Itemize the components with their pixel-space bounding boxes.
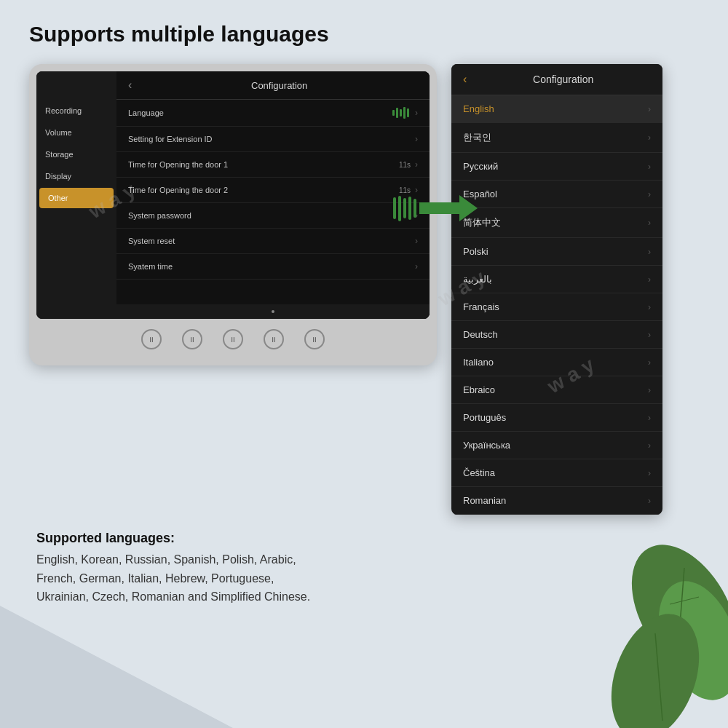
sidebar-item-recording[interactable]: Recording [36, 100, 116, 121]
arrow-bars [393, 196, 416, 221]
lang-label-english: English [463, 103, 648, 114]
config-item-language[interactable]: Language › [116, 100, 430, 127]
lang-label-hebrew: Ebraico [463, 384, 648, 395]
device-btn-4[interactable]: ⏸ [264, 329, 284, 349]
sidebar-item-storage[interactable]: Storage [36, 144, 116, 165]
lang-label-portuguese: Português [463, 412, 648, 423]
lang-bars [392, 107, 409, 119]
lang-arrow-korean: › [648, 132, 651, 143]
config-item-reset[interactable]: System reset › [116, 229, 430, 254]
config-item-door2[interactable]: Time for Opening the door 2 11s › [116, 178, 430, 203]
config-extension-arrow: › [415, 134, 418, 144]
screen-sidebar: Recording Volume Storage Display Other [36, 71, 116, 319]
sidebar-item-other[interactable]: Other [39, 188, 114, 208]
lang-item-chinese[interactable]: 简体中文 › [451, 208, 662, 238]
arrow-bar-3 [403, 198, 406, 218]
language-panel: ‹ Configuration English › 한국인 › Русский … [451, 64, 662, 515]
lang-arrow-arabic: › [648, 274, 651, 285]
config-header: ‹ Configuration [116, 71, 430, 100]
lang-item-ukrainian[interactable]: Українська › [451, 432, 662, 459]
device-mockup: Recording Volume Storage Display Other ‹… [29, 64, 437, 365]
device-btn-icon-5: ⏸ [311, 336, 318, 344]
lang-label-korean: 한국인 [463, 131, 648, 144]
sidebar-item-volume[interactable]: Volume [36, 122, 116, 143]
config-time-label: Syatem time [128, 262, 415, 271]
config-item-door1[interactable]: Time for Opening the door 1 11s › [116, 152, 430, 178]
lang-item-hebrew[interactable]: Ebraico › [451, 376, 662, 404]
lang-label-french: Français [463, 301, 648, 312]
lang-arrow-spanish: › [648, 189, 651, 199]
lang-arrow-portuguese: › [648, 413, 651, 423]
config-time-arrow: › [415, 261, 418, 272]
lang-arrow-czech: › [648, 468, 651, 478]
device-btn-1[interactable]: ⏸ [141, 329, 162, 349]
config-item-extension[interactable]: Setting for Extension ID › [116, 127, 430, 152]
lang-arrow-english: › [648, 104, 651, 114]
device-btn-icon-4: ⏸ [270, 336, 277, 344]
lang-panel-title: Configuration [475, 74, 651, 85]
device-buttons: ⏸ ⏸ ⏸ ⏸ ⏸ [36, 326, 430, 352]
lang-label-german: Deutsch [463, 329, 648, 340]
config-item-password[interactable]: System password › [116, 203, 430, 229]
lang-item-arabic[interactable]: بالعربية › [451, 266, 662, 293]
device-btn-3[interactable]: ⏸ [223, 329, 243, 349]
lang-label-czech: Čeština [463, 467, 648, 478]
config-door1-value: 11s [399, 161, 411, 169]
device-screen: Recording Volume Storage Display Other ‹… [36, 71, 430, 319]
lang-item-russian[interactable]: Русский › [451, 153, 662, 181]
page-content: Supports multiple languages Recording Vo… [0, 0, 728, 621]
device-btn-2[interactable]: ⏸ [182, 329, 202, 349]
device-btn-icon-2: ⏸ [189, 336, 196, 344]
lang-arrow-chinese: › [648, 218, 651, 228]
lang-bar-4 [403, 107, 405, 119]
lang-item-german[interactable]: Deutsch › [451, 321, 662, 349]
lang-arrow-german: › [648, 330, 651, 340]
lang-back-button[interactable]: ‹ [463, 73, 467, 86]
lang-item-romanian[interactable]: Romanian › [451, 487, 662, 515]
lang-label-chinese: 简体中文 [463, 216, 648, 229]
supported-desc: English, Korean, Russian, Spanish, Polis… [36, 550, 692, 606]
config-password-label: System password [128, 211, 415, 220]
supported-title: Supported languages: [36, 531, 692, 546]
lang-arrow-italian: › [648, 357, 651, 368]
lang-arrow-romanian: › [648, 496, 651, 506]
sidebar-item-display[interactable]: Display [36, 166, 116, 186]
config-reset-label: System reset [128, 237, 415, 245]
lang-panel-header: ‹ Configuration [451, 64, 662, 95]
config-door2-arrow: › [415, 185, 418, 195]
footer-dot [272, 310, 274, 313]
lang-item-french[interactable]: Français › [451, 293, 662, 321]
arrow-bar-2 [398, 196, 401, 221]
config-door1-arrow: › [415, 159, 418, 170]
screen-footer [116, 304, 430, 319]
lang-item-english[interactable]: English › [451, 95, 662, 123]
lang-item-italian[interactable]: Italiano › [451, 349, 662, 376]
lang-item-czech[interactable]: Čeština › [451, 459, 662, 487]
config-reset-arrow: › [415, 236, 418, 246]
config-title: Configuration [141, 80, 418, 91]
lang-label-spanish: Español [463, 189, 648, 199]
page-title: Supports multiple languages [29, 22, 699, 47]
arrow-bar-5 [414, 199, 416, 218]
device-btn-icon-3: ⏸ [229, 336, 237, 344]
config-panel: ‹ Configuration Language [116, 71, 430, 319]
green-arrow-svg [419, 195, 478, 221]
language-list: English › 한국인 › Русский › Español › 简体中文 [451, 95, 662, 515]
lang-bar-1 [392, 110, 395, 116]
lang-item-polish[interactable]: Polski › [451, 238, 662, 266]
lang-bar-2 [396, 108, 398, 118]
svg-marker-0 [419, 195, 478, 221]
config-door1-label: Time for Opening the door 1 [128, 160, 399, 169]
lang-label-ukrainian: Українська [463, 440, 648, 451]
arrow-bar-4 [408, 197, 411, 220]
green-arrow-container [393, 195, 478, 221]
screen-inner: Recording Volume Storage Display Other ‹… [36, 71, 430, 319]
lang-label-romanian: Romanian [463, 495, 648, 506]
lang-item-spanish[interactable]: Español › [451, 181, 662, 208]
config-item-time[interactable]: Syatem time › [116, 254, 430, 280]
lang-item-portuguese[interactable]: Português › [451, 404, 662, 432]
device-btn-5[interactable]: ⏸ [304, 329, 325, 349]
lang-item-korean[interactable]: 한국인 › [451, 123, 662, 153]
bottom-text-section: Supported languages: English, Korean, Ru… [29, 531, 699, 606]
config-back-button[interactable]: ‹ [128, 79, 132, 92]
